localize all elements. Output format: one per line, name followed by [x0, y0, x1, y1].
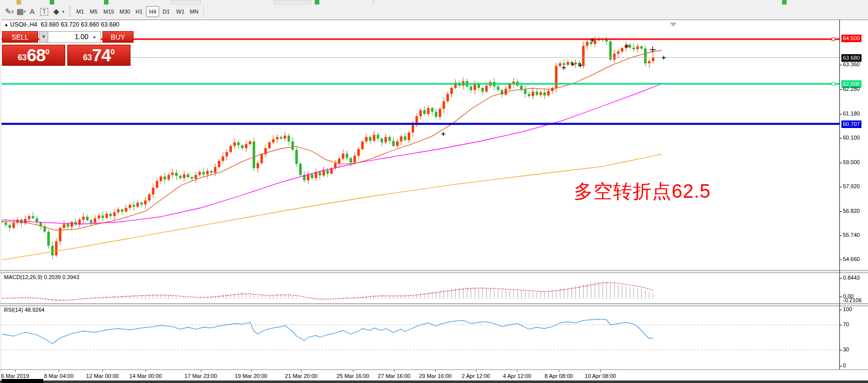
bid-pipette: 0	[45, 47, 49, 56]
line-handle[interactable]	[832, 82, 835, 85]
tf-W1[interactable]: W1	[173, 6, 188, 17]
sell-button[interactable]: SELL	[2, 31, 38, 43]
pane-separator[interactable]	[0, 303, 868, 306]
candle-body	[233, 143, 236, 146]
bottom-edge-strip	[0, 380, 868, 383]
candle-body	[160, 177, 162, 181]
candle-body	[342, 154, 344, 159]
tf-M30[interactable]: M30	[116, 6, 133, 17]
candle-body	[431, 108, 433, 112]
candle-body	[195, 175, 197, 179]
candle-body	[210, 171, 212, 173]
candle-body	[497, 86, 500, 90]
scroll-end-triangle-icon[interactable]	[670, 23, 677, 27]
candle-body	[547, 91, 550, 95]
pencil-lines-icon[interactable]: ✎E	[2, 6, 14, 18]
tf-H4[interactable]: H4	[146, 6, 159, 17]
rsi-scale-label: 100	[843, 306, 852, 313]
time-tick	[301, 370, 302, 372]
tf-M15[interactable]: M15	[100, 6, 117, 17]
rsi-canvas[interactable]	[2, 307, 839, 369]
tf-M5[interactable]: M5	[87, 6, 100, 17]
text-a-icon[interactable]: A	[26, 6, 38, 18]
tf-M1[interactable]: M1	[73, 6, 87, 17]
candle-body	[133, 205, 135, 207]
buy-button[interactable]: BUY	[102, 31, 134, 43]
candle-body	[284, 136, 286, 139]
candle-body	[214, 167, 216, 173]
time-label: 8 Apr 08:00	[545, 373, 573, 379]
candle-body	[171, 173, 174, 175]
price-tick	[839, 260, 842, 260]
candle-body	[105, 214, 108, 218]
pane-separator[interactable]	[0, 270, 868, 273]
one-click-trading-panel: SELL ▼ 1.00 ▲ BUY 63680 63740	[2, 31, 134, 66]
bid-price-tile[interactable]: 63680	[2, 45, 65, 66]
tf-D1[interactable]: D1	[160, 6, 173, 17]
candle-body	[218, 161, 220, 167]
dropdown-caret-icon[interactable]: ▾	[62, 10, 64, 14]
candle-body	[55, 241, 58, 256]
time-label: 19 Mar 20:00	[235, 373, 268, 379]
candle-body	[156, 181, 158, 188]
time-tick	[476, 370, 476, 372]
price-scale-divider	[839, 20, 840, 369]
line-handle[interactable]	[832, 38, 835, 41]
price-label: 62.280	[843, 86, 860, 92]
time-tick	[353, 370, 353, 372]
candle-body	[365, 137, 367, 142]
candle-body	[528, 94, 530, 96]
price-label: 55.740	[843, 232, 860, 238]
macd-canvas[interactable]	[2, 274, 839, 303]
candle-body	[326, 171, 329, 174]
candle-body	[148, 194, 151, 200]
candle-body	[353, 156, 356, 162]
candle-body	[175, 173, 178, 176]
shapes-icon[interactable]: ◆	[50, 6, 62, 18]
candle-body	[609, 41, 612, 59]
candle-body	[167, 175, 170, 180]
candle-body	[563, 63, 565, 65]
candle-body	[349, 158, 352, 163]
candle-body	[361, 142, 363, 149]
collapse-icon[interactable]: ▲	[4, 22, 9, 27]
candle-body	[94, 218, 96, 223]
candle-body	[644, 49, 647, 63]
candle-body	[346, 154, 348, 158]
textbox-icon[interactable]: T	[38, 6, 50, 18]
candle-body	[543, 92, 546, 95]
rsi-tick	[839, 325, 842, 325]
rsi-line	[2, 319, 653, 344]
toolbar-fragment	[171, 0, 201, 5]
candle-body	[470, 86, 472, 90]
rsi-scale-label: 0	[843, 362, 846, 369]
candle-body	[439, 109, 441, 117]
candle-body	[187, 174, 189, 177]
candle-body	[198, 172, 201, 175]
time-label: 12 Mar 00:00	[86, 373, 119, 379]
toolbar-grip[interactable]	[69, 7, 72, 17]
candle-body	[408, 133, 410, 140]
macd-scale-label: -0.2106	[843, 297, 861, 304]
candle-body	[377, 135, 379, 139]
chart-title: ▲ USOil-,H4 63.680 63.720 63.660 63.680	[4, 21, 119, 28]
ask-price-tile[interactable]: 63740	[67, 45, 131, 66]
tf-MN[interactable]: MN	[187, 6, 201, 17]
volume-decrease-button[interactable]: ▼	[39, 31, 48, 43]
candle-body	[311, 174, 313, 178]
time-label: 29 Mar 16:00	[419, 373, 452, 379]
price-tag: 60.707	[841, 120, 861, 128]
candle-body	[450, 88, 453, 94]
grid-icon[interactable]: ▦F	[14, 6, 26, 18]
candle-body	[292, 142, 294, 150]
quotes-row: 63680 63740	[2, 45, 134, 66]
tf-H1[interactable]: H1	[133, 6, 146, 17]
time-tick	[59, 370, 59, 372]
time-tick	[201, 370, 201, 372]
bid-pips: 68	[27, 45, 45, 65]
candle-body	[47, 232, 50, 246]
volume-increase-button[interactable]: ▲	[89, 32, 100, 42]
toolbar-fragment	[104, 0, 108, 5]
candle-body	[423, 110, 426, 114]
candle-body	[257, 163, 259, 168]
